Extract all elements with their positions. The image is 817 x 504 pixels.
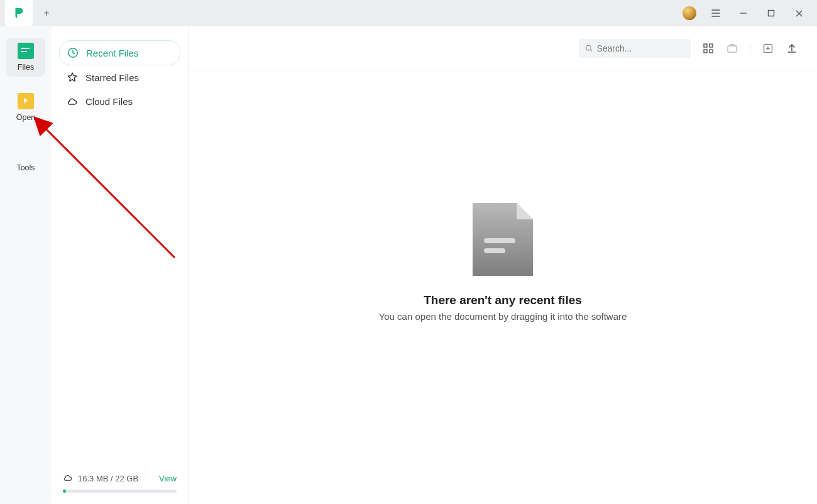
storage-bar-fill bbox=[63, 490, 66, 493]
minimize-icon bbox=[739, 9, 748, 18]
menu-button[interactable] bbox=[708, 5, 724, 21]
storage-info: 16.3 MB / 22 GB View bbox=[59, 473, 180, 487]
sidebar: Recent Files Starred Files Cloud Files 1… bbox=[52, 26, 189, 504]
app-logo-icon bbox=[12, 6, 26, 20]
cloud-icon bbox=[63, 473, 73, 485]
empty-title: There aren't any recent files bbox=[424, 293, 582, 307]
star-icon bbox=[67, 72, 78, 83]
sidebar-item-cloud-files[interactable]: Cloud Files bbox=[59, 89, 180, 113]
nav-rail: Files Open Tools bbox=[0, 26, 52, 504]
sidebar-item-label: Starred Files bbox=[85, 72, 139, 83]
files-icon bbox=[18, 43, 34, 59]
tools-grid-icon bbox=[18, 143, 34, 160]
app-tab[interactable] bbox=[5, 0, 33, 26]
rail-label: Tools bbox=[16, 163, 35, 172]
svg-rect-9 bbox=[484, 238, 515, 243]
rail-item-tools[interactable]: Tools bbox=[6, 138, 45, 177]
storage-text: 16.3 MB / 22 GB bbox=[78, 474, 138, 483]
sidebar-item-label: Cloud Files bbox=[85, 96, 133, 107]
cloud-icon bbox=[67, 96, 78, 107]
storage-view-link[interactable]: View bbox=[159, 474, 177, 483]
svg-rect-10 bbox=[484, 248, 505, 253]
new-tab-button[interactable]: + bbox=[36, 3, 57, 23]
rail-label: Open bbox=[16, 113, 36, 122]
maximize-icon bbox=[767, 9, 775, 17]
svg-rect-0 bbox=[769, 11, 774, 16]
plus-icon: + bbox=[43, 8, 49, 19]
close-button[interactable] bbox=[791, 5, 807, 21]
close-icon bbox=[795, 9, 803, 18]
hamburger-icon bbox=[711, 8, 721, 18]
empty-subtitle: You can open the document by dragging it… bbox=[379, 311, 627, 322]
rail-item-open[interactable]: Open bbox=[6, 88, 45, 127]
minimize-button[interactable] bbox=[735, 5, 752, 21]
empty-state: There aren't any recent files You can op… bbox=[189, 45, 817, 479]
maximize-button[interactable] bbox=[763, 5, 779, 21]
rail-label: Files bbox=[18, 63, 34, 72]
sidebar-item-starred-files[interactable]: Starred Files bbox=[59, 65, 180, 89]
sidebar-item-label: Recent Files bbox=[86, 48, 138, 58]
rail-item-files[interactable]: Files bbox=[6, 38, 45, 77]
main-area: There aren't any recent files You can op… bbox=[189, 26, 817, 504]
empty-document-icon bbox=[473, 203, 533, 278]
clock-icon bbox=[67, 47, 79, 58]
storage-bar bbox=[63, 490, 177, 493]
sidebar-item-recent-files[interactable]: Recent Files bbox=[59, 40, 180, 65]
open-folder-icon bbox=[18, 93, 34, 109]
titlebar: + bbox=[0, 0, 817, 26]
avatar[interactable] bbox=[683, 6, 696, 20]
